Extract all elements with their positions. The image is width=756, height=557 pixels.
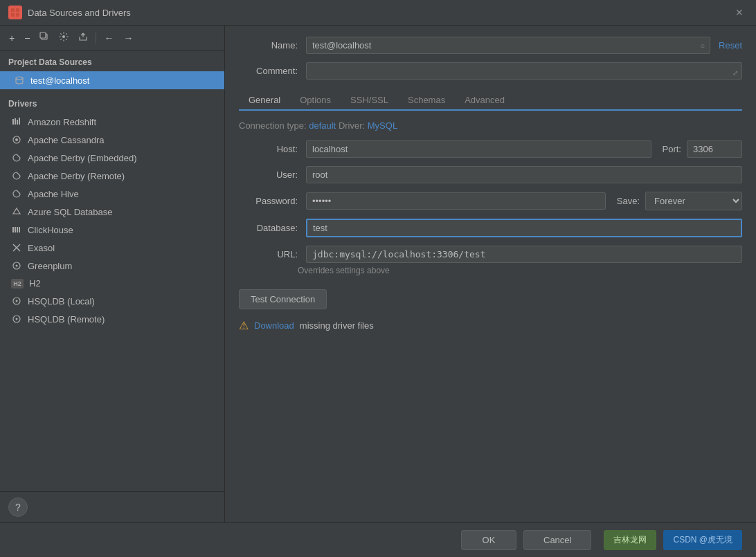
comment-input-wrap: ⤢ (306, 62, 742, 80)
host-port-row: Host: Port: (239, 140, 742, 158)
nav-fwd-button[interactable]: → (120, 30, 136, 46)
driver-item-azure-sql[interactable]: Azure SQL Database (0, 203, 224, 221)
driver-item-greenplum[interactable]: Greenplum (0, 257, 224, 275)
driver-item-apache-hive[interactable]: Apache Hive (0, 185, 224, 203)
tabs-bar: General Options SSH/SSL Schemas Advanced (239, 91, 742, 111)
driver-item-amazon-redshift[interactable]: Amazon Redshift (0, 113, 224, 131)
project-section-header: Project Data Sources (0, 53, 224, 71)
port-input[interactable] (687, 140, 742, 158)
comment-row: Comment: ⤢ (239, 62, 742, 80)
save-label: Save: (617, 196, 640, 206)
drivers-section: Drivers Amazon Redshift (0, 89, 224, 334)
save-select[interactable]: Forever Until restart Never (645, 192, 742, 210)
driver-item-hsqldb-remote[interactable]: HSQLDB (Remote) (0, 310, 224, 328)
datasource-item-test-localhost[interactable]: test@localhost (0, 71, 224, 89)
datasource-name: test@localhost (30, 75, 89, 86)
svg-rect-11 (19, 118, 20, 125)
url-hint: Overrides settings above (298, 266, 742, 275)
cancel-button[interactable]: Cancel (523, 530, 591, 550)
warning-text: missing driver files (300, 320, 374, 331)
driver-item-apache-cassandra[interactable]: Apache Cassandra (0, 131, 224, 149)
hsqldb-local-icon (11, 295, 22, 307)
drivers-section-header: Drivers (0, 95, 224, 113)
svg-point-7 (16, 77, 23, 80)
name-label: Name: (239, 40, 298, 51)
export-button[interactable] (75, 30, 91, 46)
svg-point-24 (16, 300, 18, 302)
reset-button[interactable]: Reset (719, 40, 742, 51)
save-section: Save: Forever Until restart Never (617, 192, 742, 210)
driver-name: Azure SQL Database (28, 207, 112, 217)
user-input[interactable] (306, 166, 742, 183)
driver-name: Apache Hive (28, 189, 79, 199)
comment-input[interactable] (306, 62, 742, 80)
svg-point-22 (16, 265, 18, 267)
svg-point-26 (16, 318, 18, 320)
h2-icon: H2 (11, 279, 24, 289)
apache-derby-embedded-icon (11, 152, 22, 163)
user-row: User: (239, 166, 742, 183)
conn-type-value[interactable]: default (309, 120, 336, 131)
url-input[interactable] (306, 246, 742, 263)
left-panel: + − (0, 26, 225, 522)
svg-rect-18 (19, 227, 20, 232)
app-icon (8, 6, 22, 19)
comment-label: Comment: (239, 66, 298, 76)
tab-advanced[interactable]: Advanced (455, 91, 514, 111)
tab-ssh-ssl[interactable]: SSH/SSL (341, 91, 398, 111)
hsqldb-remote-icon (11, 313, 22, 325)
close-button[interactable]: ✕ (731, 6, 748, 19)
test-connection-button[interactable]: Test Connection (239, 289, 327, 309)
ok-button[interactable]: OK (461, 530, 516, 550)
driver-item-hsqldb-local[interactable]: HSQLDB (Local) (0, 292, 224, 310)
nav-back-button[interactable]: ← (100, 30, 117, 46)
driver-item-apache-derby-remote[interactable]: Apache Derby (Remote) (0, 167, 224, 185)
warning-icon: ⚠ (239, 319, 249, 332)
tab-schemas[interactable]: Schemas (398, 91, 455, 111)
title-bar: Data Sources and Drivers ✕ (0, 0, 756, 26)
conn-type-label: Connection type: (239, 120, 307, 131)
driver-item-apache-derby-embedded[interactable]: Apache Derby (Embedded) (0, 149, 224, 167)
name-row: Name: ○ Reset (239, 37, 742, 54)
greenplum-icon (11, 260, 22, 271)
amazon-redshift-icon (11, 116, 22, 127)
driver-name: ClickHouse (28, 225, 73, 235)
svg-rect-17 (17, 227, 18, 232)
copy-button[interactable] (36, 30, 53, 46)
database-input[interactable] (306, 219, 742, 237)
remove-button[interactable]: − (21, 30, 33, 46)
svg-rect-8 (12, 119, 14, 125)
driver-value[interactable]: MySQL (368, 120, 397, 131)
apache-derby-remote-icon (11, 170, 22, 181)
expand-icon: ⤢ (732, 69, 738, 77)
svg-rect-1 (16, 8, 19, 12)
driver-name: H2 (29, 278, 41, 289)
download-link[interactable]: Download (254, 320, 294, 331)
clickhouse-icon (11, 224, 22, 235)
name-input-wrap: ○ (306, 37, 710, 54)
csdn-badge: CSDN @虎无境 (663, 530, 742, 550)
url-label: URL: (239, 249, 298, 259)
url-row: URL: (239, 246, 742, 263)
svg-rect-0 (11, 8, 15, 12)
password-input[interactable] (306, 192, 606, 210)
add-button[interactable]: + (6, 30, 18, 46)
driver-name: HSQLDB (Local) (28, 296, 95, 307)
driver-item-clickhouse[interactable]: ClickHouse (0, 221, 224, 239)
svg-rect-10 (17, 120, 18, 125)
tab-options[interactable]: Options (290, 91, 341, 111)
host-input[interactable] (306, 140, 651, 158)
tab-general[interactable]: General (239, 91, 290, 111)
driver-item-exasol[interactable]: Exasol (0, 239, 224, 257)
conn-type-row: Connection type: default Driver: MySQL (239, 120, 742, 131)
driver-name: Greenplum (28, 261, 72, 271)
driver-item-h2[interactable]: H2 H2 (0, 275, 224, 292)
toolbar: + − (0, 26, 224, 51)
svg-rect-9 (15, 118, 16, 125)
svg-marker-14 (13, 208, 20, 214)
settings-button[interactable] (55, 30, 72, 46)
name-input[interactable] (306, 37, 710, 54)
svg-rect-5 (40, 33, 46, 38)
driver-name: Apache Derby (Embedded) (28, 153, 137, 163)
help-button[interactable]: ? (8, 497, 28, 517)
